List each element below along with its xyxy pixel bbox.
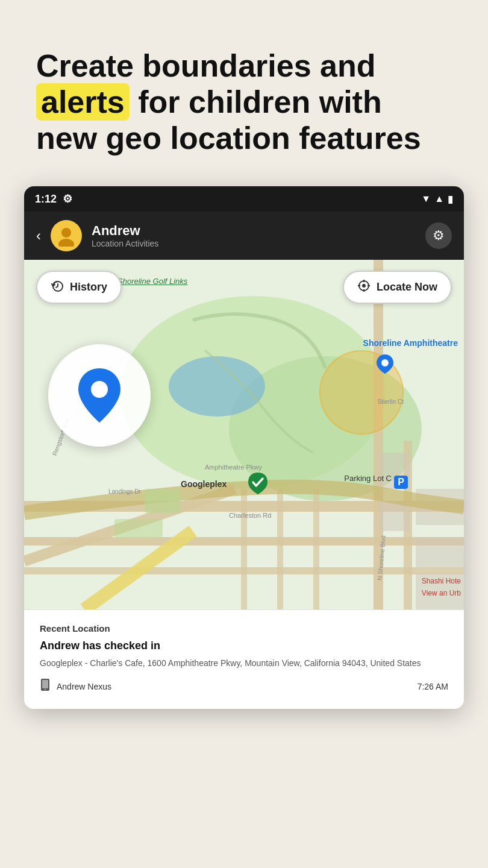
svg-rect-33 — [42, 680, 48, 688]
svg-point-0 — [61, 228, 71, 237]
recent-location-label: Recent Location — [40, 623, 448, 634]
signal-icon: ▲ — [434, 193, 444, 204]
device-row: Andrew Nexus 7:26 AM — [40, 678, 448, 694]
avatar — [51, 220, 82, 251]
svg-rect-9 — [374, 260, 383, 609]
svg-rect-12 — [277, 489, 283, 609]
status-time: 1:12 — [35, 193, 57, 206]
big-circle — [48, 344, 151, 447]
headline-section: Create boundaries and alerts for childre… — [0, 0, 488, 186]
svg-point-31 — [381, 359, 389, 366]
phone-icon — [40, 678, 51, 694]
header-info: Andrew Location Activities — [92, 223, 416, 248]
svg-point-30 — [91, 381, 108, 398]
battery-icon: ▮ — [448, 193, 453, 205]
svg-point-25 — [362, 284, 366, 288]
svg-point-34 — [45, 689, 46, 690]
info-panel: Recent Location Andrew has checked in Go… — [24, 609, 464, 709]
svg-point-1 — [58, 239, 74, 247]
big-pin-svg — [72, 365, 127, 426]
history-label: History — [70, 281, 107, 294]
big-location-marker — [48, 344, 151, 447]
svg-rect-19 — [416, 537, 464, 567]
svg-rect-20 — [416, 573, 464, 609]
highlight-alerts: alerts — [36, 83, 130, 121]
header-settings-button[interactable]: ⚙ — [425, 222, 452, 249]
app-header: ‹ Andrew Location Activities ⚙ — [24, 212, 464, 260]
history-icon — [51, 279, 64, 295]
headline-text: Create boundaries and alerts for childre… — [36, 48, 452, 156]
parking-icon: P — [394, 476, 408, 489]
device-name: Andrew Nexus — [57, 682, 111, 691]
wifi-icon: ▼ — [421, 193, 431, 204]
googleplex-check-pin — [247, 471, 269, 498]
small-location-pin — [375, 353, 395, 377]
timestamp: 7:26 AM — [418, 682, 448, 691]
map-area: Shoreline Golf Links Shoreline Amphithea… — [24, 260, 464, 609]
settings-status-icon: ⚙ — [63, 192, 72, 206]
svg-rect-22 — [114, 519, 163, 537]
locate-now-button[interactable]: Locate Now — [343, 271, 452, 304]
status-bar-left: 1:12 ⚙ — [35, 192, 72, 206]
status-bar: 1:12 ⚙ ▼ ▲ ▮ — [24, 186, 464, 212]
locate-icon — [357, 279, 371, 295]
header-subtitle: Location Activities — [92, 239, 416, 248]
svg-point-5 — [169, 356, 265, 417]
back-button[interactable]: ‹ — [36, 227, 41, 244]
svg-rect-13 — [241, 489, 247, 609]
history-button[interactable]: History — [36, 271, 122, 304]
status-bar-right: ▼ ▲ ▮ — [421, 193, 453, 205]
address-text: Googleplex - Charlie's Cafe, 1600 Amphit… — [40, 657, 448, 670]
svg-rect-21 — [145, 489, 181, 513]
header-name: Andrew — [92, 223, 416, 239]
checked-in-text: Andrew has checked in — [40, 640, 448, 652]
map-overlay-buttons: History Locate Now — [24, 271, 464, 304]
phone-container: 1:12 ⚙ ▼ ▲ ▮ ‹ Andrew Location Activitie… — [24, 186, 464, 709]
svg-rect-11 — [313, 489, 319, 609]
locate-now-label: Locate Now — [377, 281, 437, 294]
device-info: Andrew Nexus — [40, 678, 111, 694]
